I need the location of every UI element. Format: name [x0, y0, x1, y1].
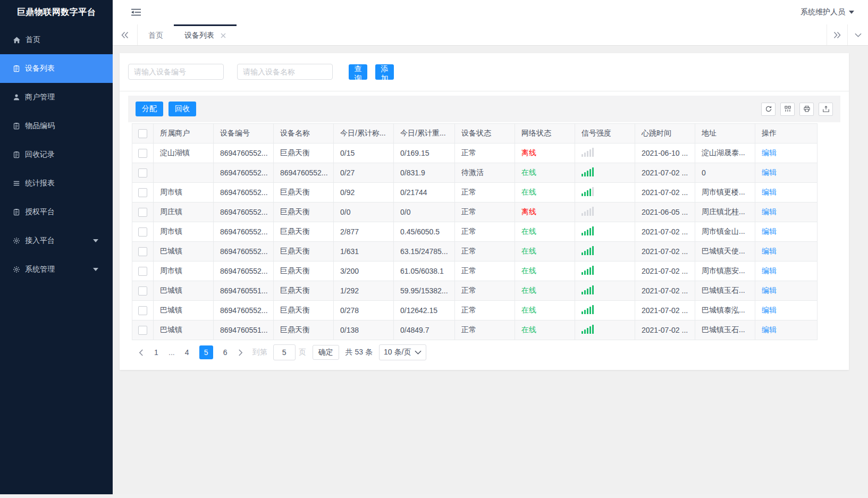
close-icon[interactable]: [221, 33, 226, 38]
row-checkbox[interactable]: [138, 188, 147, 197]
query-button[interactable]: 查询: [349, 64, 367, 80]
sidebar-item-home[interactable]: 首页: [0, 26, 113, 54]
row-checkbox[interactable]: [138, 326, 147, 335]
cell-device_status: 正常: [455, 281, 515, 301]
recycle-button[interactable]: 回收: [168, 102, 196, 116]
sidebar-item-merchant-mgmt[interactable]: 商户管理: [0, 83, 113, 112]
sidebar-item-recycle-record[interactable]: 回收记录: [0, 140, 113, 169]
edit-link[interactable]: 编辑: [762, 325, 777, 334]
tab-home[interactable]: 首页: [138, 24, 174, 45]
chevrons-left-icon: [121, 31, 129, 39]
cell-device_name: 8694760552...: [274, 163, 334, 183]
goto-page-input[interactable]: [273, 344, 296, 360]
goto-confirm-button[interactable]: 确定: [313, 345, 339, 360]
row-checkbox[interactable]: [138, 286, 147, 296]
add-button[interactable]: 添加: [375, 64, 394, 80]
sidebar-item-label: 回收记录: [25, 150, 55, 159]
sidebar-item-access-platform[interactable]: 接入平台: [0, 226, 113, 255]
row-checkbox[interactable]: [138, 168, 147, 178]
page-4[interactable]: 4: [180, 345, 194, 359]
edit-link[interactable]: 编辑: [762, 247, 777, 255]
cell-network_status: 在线: [515, 301, 575, 320]
cell-today_count: 1/631: [334, 242, 394, 261]
cell-action: 编辑: [755, 222, 818, 242]
app-title: 巨鼎物联网数字平台: [0, 0, 113, 24]
page-1[interactable]: 1: [149, 345, 163, 359]
row-checkbox[interactable]: [138, 227, 147, 237]
cell-signal: [575, 261, 635, 281]
sidebar-item-stats-report[interactable]: 统计报表: [0, 169, 113, 198]
device-name-input[interactable]: [237, 64, 333, 80]
edit-link[interactable]: 编辑: [762, 168, 777, 176]
cell-heartbeat: 2021-07-02 ...: [635, 183, 695, 202]
cell-heartbeat: 2021-07-02 ...: [635, 222, 695, 242]
tab-device-list[interactable]: 设备列表: [174, 24, 237, 45]
tab-list: 首页设备列表: [138, 24, 237, 45]
cell-device_status: 正常: [455, 222, 515, 242]
edit-link[interactable]: 编辑: [762, 148, 777, 157]
column-header-checkbox: [132, 124, 154, 144]
cell-device_no: 8694760551...: [214, 320, 274, 340]
tabs-scroll-right-button[interactable]: [827, 24, 847, 45]
cell-device_status: 正常: [455, 202, 515, 222]
cell-signal: [575, 301, 635, 320]
sidebar-item-device-list[interactable]: 设备列表: [0, 54, 113, 83]
edit-link[interactable]: 编辑: [762, 227, 777, 235]
column-header-device_name: 设备名称: [274, 124, 334, 144]
cell-address: 周市镇惠安...: [695, 261, 755, 281]
edit-link[interactable]: 编辑: [762, 207, 777, 216]
doc-icon: [13, 65, 20, 72]
device-no-input[interactable]: [128, 64, 224, 80]
cell-device_status: 正常: [455, 183, 515, 202]
table-body: 淀山湖镇8694760552...巨鼎天衡0/150/169.15正常离线202…: [132, 144, 818, 340]
table-tool-icons: [761, 103, 833, 116]
edit-link[interactable]: 编辑: [762, 286, 777, 294]
row-checkbox[interactable]: [138, 247, 147, 256]
page-unit-label: 页: [299, 348, 306, 357]
cell-device_status: 待激活: [455, 163, 515, 183]
assign-button[interactable]: 分配: [136, 102, 163, 116]
sidebar-item-auth-platform[interactable]: 授权平台: [0, 198, 113, 226]
cell-merchant: 巴城镇: [154, 320, 214, 340]
print-button[interactable]: [799, 103, 814, 116]
columns-button[interactable]: [780, 103, 795, 116]
search-row: 查询 添加: [128, 64, 840, 80]
row-checkbox[interactable]: [138, 267, 147, 276]
row-checkbox[interactable]: [138, 208, 147, 217]
row-checkbox[interactable]: [138, 149, 147, 158]
prev-page-button[interactable]: [136, 349, 147, 356]
cell-checkbox: [132, 144, 154, 163]
next-page-button[interactable]: [235, 349, 246, 356]
cell-device_name: 巨鼎天衡: [274, 222, 334, 242]
cell-today_count: 3/200: [334, 261, 394, 281]
cell-checkbox: [132, 222, 154, 242]
sidebar-collapse-icon[interactable]: [131, 8, 141, 16]
select-all-checkbox[interactable]: [138, 129, 147, 138]
refresh-button[interactable]: [761, 103, 776, 116]
sidebar-item-system-mgmt[interactable]: 系统管理: [0, 255, 113, 284]
edit-link[interactable]: 编辑: [762, 188, 777, 196]
row-checkbox[interactable]: [138, 306, 147, 315]
top-header: 系统维护人员: [113, 0, 868, 24]
edit-link[interactable]: 编辑: [762, 266, 777, 275]
export-button[interactable]: [819, 103, 833, 116]
column-header-address: 地址: [695, 124, 755, 144]
edit-link[interactable]: 编辑: [762, 306, 777, 314]
cell-signal: [575, 202, 635, 222]
sidebar-item-item-code[interactable]: 物品编码: [0, 112, 113, 140]
cell-today_weight: 0/12642.15: [394, 301, 455, 320]
content-area: 查询 添加 分配 回收 所属商户设备编号设备名称今日/累计称...今日/累计重.…: [113, 45, 868, 498]
page-size-select[interactable]: 10 条/页: [379, 344, 426, 360]
user-menu[interactable]: 系统维护人员: [800, 7, 854, 17]
home-icon: [13, 36, 21, 44]
column-header-signal: 信号强度: [575, 124, 635, 144]
signal-strength-icon: [582, 187, 594, 196]
page-5[interactable]: 5: [199, 345, 213, 359]
tabs-menu-button[interactable]: [847, 24, 868, 45]
device-list-panel: 查询 添加 分配 回收 所属商户设备编号设备名称今日/累计称...今日/累计重.…: [120, 53, 849, 370]
cell-network_status: 在线: [515, 222, 575, 242]
page-6[interactable]: 6: [218, 345, 232, 359]
cell-address: 巴城镇天使...: [695, 242, 755, 261]
cell-device_status: 正常: [455, 320, 515, 340]
tabs-scroll-left-button[interactable]: [113, 24, 138, 45]
